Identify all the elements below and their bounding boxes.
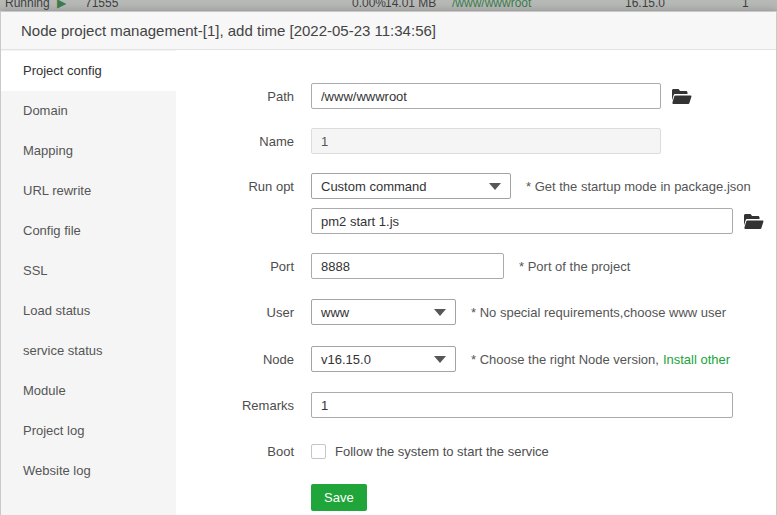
bg-table-cell: 1 [742,0,749,10]
sidebar-item-config-file[interactable]: Config file [1,211,176,251]
background-page-strip: Running ▶ 71555 0.00% 14.01 MB /www/wwwr… [0,0,777,11]
chevron-down-icon [489,183,501,190]
run-opt-label: Run opt [176,179,294,194]
run-opt-select[interactable]: Custom command [311,173,511,199]
bg-table-cell: 0.00% [352,0,386,10]
user-select[interactable]: www [311,299,456,325]
sidebar-item-url-rewrite[interactable]: URL rewrite [1,171,176,211]
play-icon: ▶ [57,0,66,10]
sidebar-item-domain[interactable]: Domain [1,91,176,131]
sidebar-item-mapping[interactable]: Mapping [1,131,176,171]
remarks-label: Remarks [176,398,294,413]
run-opt-note: * Get the startup mode in package.json [526,179,751,194]
chevron-down-icon [434,356,446,363]
node-note: * Choose the right Node version,Install … [471,352,730,367]
startup-command-input[interactable] [311,208,733,234]
node-version-value: v16.15.0 [321,352,426,367]
run-opt-value: Custom command [321,179,481,194]
node-project-modal: Node project management-[1], add time [2… [0,11,777,515]
name-input [311,128,661,154]
chevron-down-icon [434,309,446,316]
bg-table-cell-link: /www/wwwroot [452,0,531,10]
boot-checkbox-text: Follow the system to start the service [335,444,549,459]
bg-table-cell: 71555 [85,0,118,10]
sidebar-item-project-log[interactable]: Project log [1,411,176,451]
name-label: Name [176,134,294,149]
port-note: * Port of the project [519,259,630,274]
modal-title: Node project management-[1], add time [2… [21,22,436,39]
path-label: Path [176,89,294,104]
user-value: www [321,305,426,320]
install-other-link[interactable]: Install other [663,352,730,367]
sidebar-item-load-status[interactable]: Load status [1,291,176,331]
project-config-form: Path Name Run opt Custom comm [176,50,776,515]
save-button[interactable]: Save [311,484,367,511]
bg-table-cell: 14.01 MB [385,0,436,10]
folder-browse-icon[interactable] [671,88,692,105]
modal-header: Node project management-[1], add time [2… [1,12,776,50]
node-label: Node [176,352,294,367]
remarks-input[interactable] [311,392,733,418]
bg-table-cell: 16.15.0 [625,0,665,10]
sidebar-item-module[interactable]: Module [1,371,176,411]
node-note-text: * Choose the right Node version, [471,352,659,367]
path-input[interactable] [311,83,661,109]
bg-table-cell: Running [5,0,50,10]
boot-label: Boot [176,444,294,459]
sidebar-item-service-status[interactable]: service status [1,331,176,371]
user-label: User [176,305,294,320]
user-note: * No special requirements,choose www use… [471,305,726,320]
modal-sidebar: Project config Domain Mapping URL rewrit… [1,50,176,515]
folder-browse-icon[interactable] [743,213,764,230]
sidebar-item-project-config[interactable]: Project config [1,51,176,91]
port-label: Port [176,259,294,274]
boot-checkbox[interactable] [311,444,326,459]
port-input[interactable] [311,253,504,279]
node-version-select[interactable]: v16.15.0 [311,346,456,372]
sidebar-item-ssl[interactable]: SSL [1,251,176,291]
sidebar-item-website-log[interactable]: Website log [1,451,176,491]
